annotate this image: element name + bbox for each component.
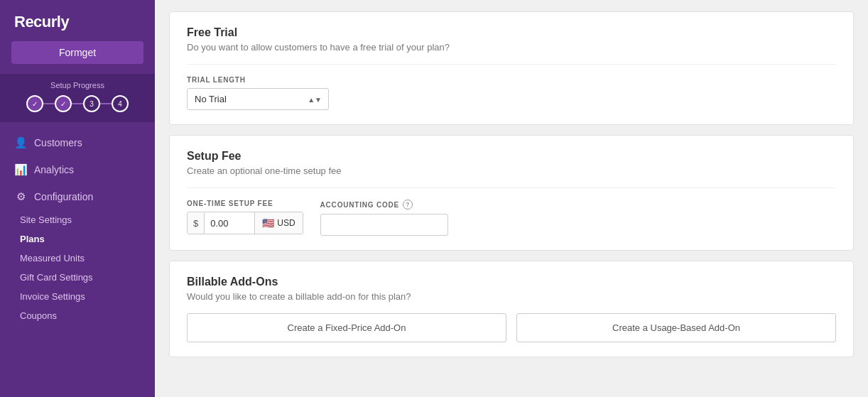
us-flag-icon: 🇺🇸	[262, 217, 274, 229]
trial-length-select[interactable]: No Trial 1 Day 7 Days 14 Days 30 Days	[187, 88, 329, 110]
accounting-code-group: ACCOUNTING CODE ?	[320, 200, 448, 236]
setup-fee-subtitle: Create an optional one-time setup fee	[187, 165, 836, 176]
setup-steps: ✓ ✓ 3 4	[11, 95, 143, 112]
configuration-icon: ⚙	[14, 190, 27, 203]
step-line-2	[72, 103, 83, 104]
logo-text: Recurly	[14, 13, 69, 31]
setup-progress-label: Setup Progress	[11, 81, 143, 89]
sidebar: Recurly Formget Setup Progress ✓ ✓ 3 4 👤…	[0, 0, 155, 397]
analytics-icon: 📊	[14, 163, 27, 176]
step-line-1	[43, 103, 55, 104]
currency-flag-usd: 🇺🇸 USD	[254, 212, 302, 234]
trial-length-label: TRIAL LENGTH	[187, 76, 836, 84]
accounting-code-label: ACCOUNTING CODE ?	[320, 200, 448, 210]
fee-amount-input[interactable]	[205, 213, 254, 234]
usage-based-addon-button[interactable]: Create a Usage-Based Add-On	[516, 313, 836, 342]
subnav-invoice-settings[interactable]: Invoice Settings	[0, 287, 155, 306]
subnav-coupons[interactable]: Coupons	[0, 306, 155, 325]
billable-addons-subtitle: Would you like to create a billable add-…	[187, 291, 836, 302]
one-time-fee-group: ONE-TIME SETUP FEE $ 🇺🇸 USD	[187, 200, 303, 234]
billable-addons-title: Billable Add-Ons	[187, 276, 836, 288]
subnav-site-settings[interactable]: Site Settings	[0, 210, 155, 229]
currency-symbol: $	[188, 213, 205, 234]
accounting-code-help-icon[interactable]: ?	[403, 200, 413, 210]
free-trial-card: Free Trial Do you want to allow customer…	[169, 11, 854, 125]
main-content: Free Trial Do you want to allow customer…	[155, 0, 868, 397]
subnav-plans[interactable]: Plans	[0, 229, 155, 249]
customers-label: Customers	[34, 137, 82, 148]
free-trial-title: Free Trial	[187, 26, 836, 39]
free-trial-subtitle: Do you want to allow customers to have a…	[187, 42, 836, 53]
step-2: ✓	[55, 95, 72, 112]
currency-code: USD	[277, 218, 295, 228]
analytics-label: Analytics	[34, 164, 74, 175]
currency-input-wrapper: $ 🇺🇸 USD	[187, 212, 303, 234]
step-3: 3	[83, 95, 100, 112]
addons-buttons-row: Create a Fixed-Price Add-On Create a Usa…	[187, 313, 836, 342]
sidebar-nav: 👤 Customers 📊 Analytics ⚙ Configuration …	[0, 129, 155, 325]
sidebar-item-customers[interactable]: 👤 Customers	[0, 129, 155, 156]
setup-progress-panel: Setup Progress ✓ ✓ 3 4	[0, 74, 155, 122]
fixed-price-addon-button[interactable]: Create a Fixed-Price Add-On	[187, 313, 506, 342]
one-time-fee-label: ONE-TIME SETUP FEE	[187, 200, 303, 207]
setup-fee-fields: ONE-TIME SETUP FEE $ 🇺🇸 USD ACCOUNTING C…	[187, 200, 836, 236]
step-4: 4	[112, 95, 129, 112]
account-button[interactable]: Formget	[11, 41, 143, 64]
step-1: ✓	[26, 95, 43, 112]
setup-fee-title: Setup Fee	[187, 150, 836, 163]
subnav-measured-units[interactable]: Measured Units	[0, 249, 155, 268]
sidebar-item-configuration[interactable]: ⚙ Configuration	[0, 183, 155, 210]
trial-length-select-wrapper: No Trial 1 Day 7 Days 14 Days 30 Days ▲▼	[187, 88, 329, 110]
accounting-code-input[interactable]	[320, 214, 448, 236]
subnav-gift-card-settings[interactable]: Gift Card Settings	[0, 268, 155, 287]
step-line-3	[100, 103, 112, 104]
billable-addons-card: Billable Add-Ons Would you like to creat…	[169, 261, 854, 357]
setup-fee-card: Setup Fee Create an optional one-time se…	[169, 135, 854, 251]
sidebar-item-analytics[interactable]: 📊 Analytics	[0, 156, 155, 183]
configuration-label: Configuration	[34, 191, 93, 202]
app-logo: Recurly	[0, 0, 155, 41]
customers-icon: 👤	[14, 136, 27, 149]
